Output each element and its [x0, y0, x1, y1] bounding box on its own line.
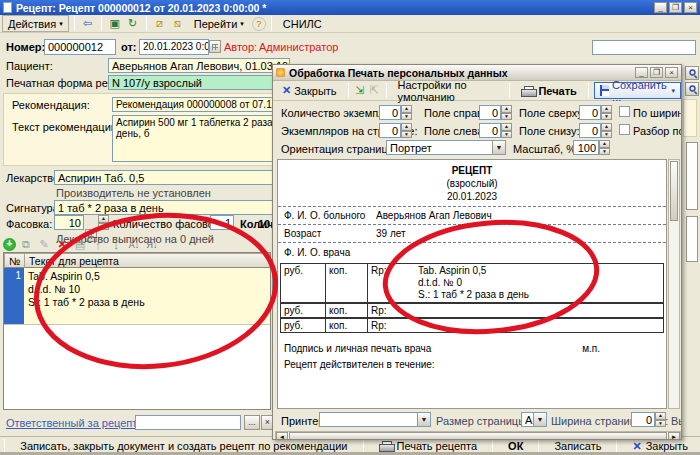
sort-desc-icon[interactable]: Я↓: [144, 237, 160, 252]
preview-title: РЕЦЕПТ: [278, 164, 666, 177]
preview-patient-label: Ф. И. О. больного: [284, 210, 376, 221]
actions-menu-button[interactable]: Действия ▾: [2, 15, 69, 32]
move-up-icon[interactable]: ↑: [90, 237, 106, 252]
recommendation-text-field[interactable]: Аспирин 500 мг 1 таблетка 2 раза в день,…: [112, 115, 290, 162]
monitor-icon[interactable]: ▣: [107, 16, 123, 31]
save-as-button[interactable]: Сохранить ... ▾: [594, 82, 681, 99]
packs-input[interactable]: 1: [210, 215, 234, 230]
scale-input[interactable]: 100: [573, 140, 599, 155]
dialog-close-button[interactable]: ×: [665, 67, 678, 78]
dialog-maximize-button[interactable]: ❐: [650, 67, 663, 78]
margin-top-stepper[interactable]: ▲▼: [601, 105, 612, 120]
divider: [74, 16, 75, 31]
rp-content: Tab. Aspirin 0,5 d.t.d. № 0 S.: 1 таб * …: [418, 265, 529, 301]
grid-col-num[interactable]: №: [4, 253, 24, 268]
sort-asc-icon[interactable]: А↓: [126, 237, 142, 252]
refresh-icon[interactable]: ↻: [125, 16, 141, 31]
add-row-icon[interactable]: +: [3, 238, 16, 251]
printer-value: [320, 413, 417, 426]
vscroll-thumb[interactable]: [670, 161, 678, 221]
close-icon: ✕: [632, 440, 641, 453]
responsible-link[interactable]: Ответственный за рецепты:: [6, 417, 148, 429]
date-input[interactable]: 20.01.2023 0:00:00: [139, 39, 209, 55]
responsible-input[interactable]: [135, 415, 241, 430]
per-page-input[interactable]: 0: [379, 123, 401, 138]
margin-bottom-input[interactable]: 0: [579, 123, 601, 138]
snils-button[interactable]: СНИЛС: [277, 15, 328, 32]
goto-menu-button[interactable]: Перейти ▾: [188, 15, 250, 32]
collate-checkbox[interactable]: [619, 124, 630, 135]
copy-row-icon[interactable]: ⧉: [18, 237, 34, 252]
printer-select[interactable]: ▼: [319, 412, 431, 427]
printer-icon: [521, 86, 535, 96]
margin-left-stepper[interactable]: ▲▼: [501, 123, 512, 138]
grid-toolbar: + ⧉ ✎ ✕ ▤ ↑ ↓ А↓ Я↓: [3, 237, 160, 252]
delete-row-icon[interactable]: ✕: [54, 237, 70, 252]
close-button[interactable]: ×: [684, 2, 697, 13]
hscroll-thumb[interactable]: [289, 432, 667, 440]
page-size-select[interactable]: A ▼: [521, 412, 547, 427]
clipped-scrollbar[interactable]: [686, 216, 698, 262]
margin-left-input[interactable]: 0: [479, 123, 501, 138]
copies-input[interactable]: 0: [379, 105, 401, 120]
maximize-button[interactable]: ❐: [669, 2, 682, 13]
dialog-print-button[interactable]: Печать: [515, 82, 582, 99]
dialog-minimize-button[interactable]: _: [635, 67, 648, 78]
minimize-button[interactable]: _: [654, 2, 667, 13]
save-close-icon[interactable]: ⇦: [80, 16, 96, 31]
signature-field[interactable]: 1 таб * 2 раза в день: [54, 200, 290, 215]
scale-stepper[interactable]: ▲▼: [599, 140, 610, 155]
print-preview[interactable]: РЕЦЕПТ (взрослый) 20.01.2023 Ф. И. О. бо…: [277, 159, 667, 409]
edit-row-icon[interactable]: ✎: [36, 237, 52, 252]
per-page-stepper[interactable]: ▲▼: [401, 123, 412, 138]
clipped-scrollbar[interactable]: [686, 142, 698, 210]
kop-cell: коп.: [326, 264, 368, 302]
stepper-up-icon[interactable]: ▲: [98, 215, 109, 223]
rx-line-2: d.t.d. № 10: [28, 283, 266, 296]
magnifier-button-1[interactable]: [685, 66, 699, 80]
printer-icon: [379, 441, 393, 451]
packing-stepper[interactable]: ▲▼: [98, 215, 109, 230]
magnifier-button-2[interactable]: [685, 82, 699, 96]
save-label: Записать: [554, 440, 601, 452]
patient-field[interactable]: Аверьянов Агап Левович, 01.03.1983: [108, 58, 290, 73]
copy-icon[interactable]: ⧄: [152, 16, 168, 31]
stepper-down-icon[interactable]: ▼: [98, 223, 109, 231]
default-settings-button[interactable]: Настройки по умолчанию: [392, 82, 505, 99]
orientation-select[interactable]: Портрет ▼: [386, 140, 506, 155]
dialog-hscrollbar[interactable]: ◄ ►: [275, 431, 681, 440]
recommendation-field[interactable]: Рекомендация 000000008 от 07.12.2021 20:…: [112, 97, 290, 112]
scroll-left-icon[interactable]: ◄: [276, 432, 288, 440]
snils-input[interactable]: [592, 40, 696, 55]
print-form-field[interactable]: N 107/у взрослый: [108, 75, 290, 90]
export-icon[interactable]: ⇲: [354, 83, 366, 98]
grid-row-text[interactable]: Tab. Aspirin 0,5 d.t.d. № 10 S.: 1 таб *…: [24, 268, 270, 324]
margin-right-input[interactable]: 0: [479, 105, 501, 120]
levels-icon[interactable]: ▤: [72, 237, 88, 252]
drug-field[interactable]: Аспирин Таб. 0,5: [54, 170, 290, 185]
margin-bottom-stepper[interactable]: ▲▼: [601, 123, 612, 138]
grid-col-text[interactable]: Текст для рецепта: [24, 253, 270, 268]
page-width-stepper[interactable]: ▲▼: [655, 412, 666, 427]
grid-row[interactable]: 1 Tab. Aspirin 0,5 d.t.d. № 10 S.: 1 таб…: [4, 268, 270, 325]
copies-stepper[interactable]: ▲▼: [401, 105, 412, 120]
margin-top-input[interactable]: 0: [579, 105, 601, 120]
page-width-input[interactable]: 0: [631, 412, 655, 427]
move-down-icon[interactable]: ↓: [108, 237, 124, 252]
preview-vscrollbar[interactable]: [668, 159, 680, 409]
divider: [509, 83, 510, 98]
number-input[interactable]: 000000012: [44, 39, 116, 55]
scroll-right-icon[interactable]: ►: [668, 432, 680, 440]
grid-row-number[interactable]: 1: [4, 268, 24, 324]
responsible-select-button[interactable]: ...: [244, 415, 260, 430]
dialog-print-label: Печать: [538, 85, 576, 97]
window-title: Рецепт: Рецепт 000000012 от 20.01.2023 0…: [16, 2, 266, 14]
quantity-value: 10: [258, 218, 270, 230]
calendar-icon[interactable]: [209, 40, 221, 53]
paste-icon[interactable]: ⧅: [170, 16, 186, 31]
help-icon[interactable]: ?: [252, 17, 266, 31]
packing-input[interactable]: 10: [54, 215, 84, 230]
fit-width-checkbox[interactable]: [619, 106, 630, 117]
margin-right-stepper[interactable]: ▲▼: [501, 105, 512, 120]
dialog-close-toolbar-button[interactable]: ✕ Закрыть: [276, 82, 343, 99]
